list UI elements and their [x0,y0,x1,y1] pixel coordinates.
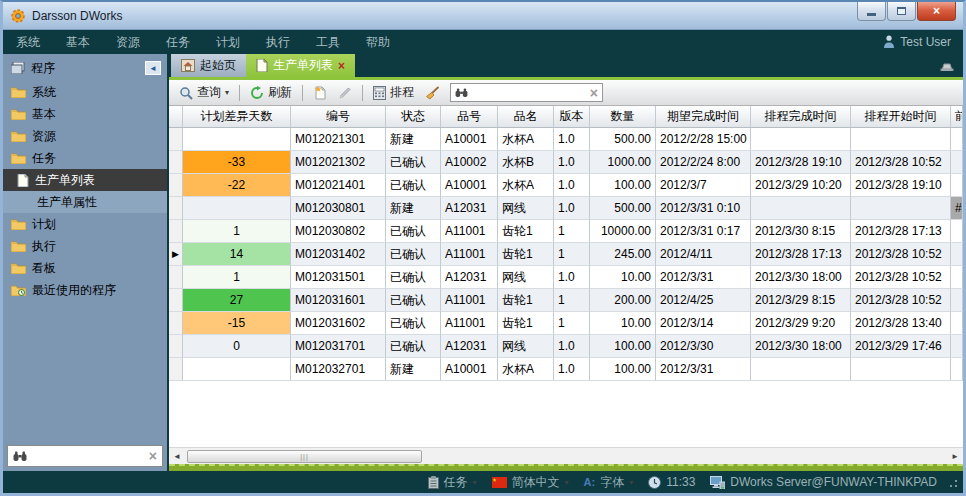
minimize-button[interactable] [857,2,886,21]
current-user[interactable]: Test User [883,35,963,49]
cell-extra [951,151,963,174]
statusbar-task-menu[interactable]: 任务 ▾ [428,474,477,491]
cell-diff: 0 [183,335,291,358]
menu-plan[interactable]: 计划 [203,30,253,54]
sidebar-item-system[interactable]: 系统 [3,81,167,103]
menu-help[interactable]: 帮助 [353,30,403,54]
cell-version: 1.0 [554,197,590,220]
cell-no: M012021302 [291,151,386,174]
sidebar-item-kanban[interactable]: 看板 [3,257,167,279]
font-icon: A: [584,476,596,488]
menu-basic[interactable]: 基本 [53,30,103,54]
maximize-button[interactable] [887,2,916,21]
tab-close-icon[interactable]: × [338,59,345,73]
statusbar-language-menu[interactable]: 简体中文 ▾ [492,474,569,491]
table-row[interactable]: M012032701新建A10001水杯A1.0100.002012/3/31 [169,358,963,381]
column-header-extra[interactable]: 前 [951,106,963,128]
sidebar-item-task[interactable]: 任务 [3,147,167,169]
sidebar-item-resource[interactable]: 资源 [3,125,167,147]
scrollbar-thumb[interactable]: ||| [187,450,422,463]
table-row[interactable]: 27M012031601已确认A11001齿轮11200.002012/4/25… [169,289,963,312]
table-row[interactable]: -15M012031602已确认A11001齿轮1110.002012/3/14… [169,312,963,335]
table-row[interactable]: 1M012030802已确认A11001齿轮1110000.002012/3/3… [169,220,963,243]
cell-no: M012021301 [291,128,386,151]
table-row[interactable]: M012021301新建A10001水杯A1.0500.002012/2/28 … [169,128,963,151]
cell-extra [951,128,963,151]
row-indicator[interactable] [169,289,183,312]
grid-empty-area [169,381,963,447]
sidebar-item-production-order-list[interactable]: 生产单列表 [3,169,167,191]
server-label: DWorks Server@FUNWAY-THINKPAD [730,475,937,489]
table-row[interactable]: 0M012031701已确认A12031网线1.0100.002012/3/30… [169,335,963,358]
table-row[interactable]: M012030801新建A12031网线1.0500.002012/3/31 0… [169,197,963,220]
tab-production-order-list[interactable]: 生产单列表 × [246,54,355,77]
close-button[interactable]: × [917,2,956,21]
home-icon [181,59,195,72]
row-indicator[interactable] [169,358,183,381]
sidebar-item-plan[interactable]: 计划 [3,213,167,235]
clean-button[interactable] [421,84,444,102]
font-label: 字体 [600,474,624,491]
column-header-qty[interactable]: 数量 [590,106,656,128]
row-indicator[interactable] [169,174,183,197]
toolbar-search-input[interactable] [472,86,586,100]
row-indicator[interactable] [169,335,183,358]
column-header-sched_end[interactable]: 排程完成时间 [751,106,851,128]
sidebar-item-basic[interactable]: 基本 [3,103,167,125]
sidebar-item-label: 看板 [32,260,56,277]
scroll-right-icon[interactable]: ► [947,452,963,461]
sidebar-search-clear-icon[interactable]: × [149,449,157,463]
column-header-due[interactable]: 期望完成时间 [656,106,751,128]
tab-start-page[interactable]: 起始页 [171,54,246,77]
column-header-item_name[interactable]: 品名 [498,106,554,128]
menu-execute[interactable]: 执行 [253,30,303,54]
column-header-diff[interactable]: 计划差异天数 [183,106,291,128]
resize-grip[interactable] [948,479,958,489]
sidebar-collapse-button[interactable]: ◄ [145,61,161,75]
toolbar-search-clear-icon[interactable]: × [590,86,598,100]
schedule-button[interactable]: 排程 [369,82,418,103]
statusbar-font-menu[interactable]: A: 字体 ▾ [584,474,634,491]
user-name: Test User [900,35,951,49]
horizontal-scrollbar[interactable]: ◄ ||| ► [169,447,963,464]
table-row[interactable]: -33M012021302已确认A10002水杯B1.01000.002012/… [169,151,963,174]
window-list-icon[interactable] [939,61,955,71]
row-indicator[interactable] [169,266,183,289]
cell-diff: -15 [183,312,291,335]
menu-tools[interactable]: 工具 [303,30,353,54]
scroll-left-icon[interactable]: ◄ [169,452,185,461]
sidebar-item-recent-programs[interactable]: 最近使用的程序 [3,279,167,301]
table-row[interactable]: -22M012021401已确认A10001水杯A1.0100.002012/3… [169,174,963,197]
row-indicator[interactable] [169,220,183,243]
menu-task[interactable]: 任务 [153,30,203,54]
status-accent-strip [169,464,963,471]
sidebar-search-input[interactable] [31,449,145,463]
sidebar-item-execute[interactable]: 执行 [3,235,167,257]
column-header-status[interactable]: 状态 [386,106,441,128]
row-indicator[interactable] [169,197,183,220]
column-header-sched_start[interactable]: 排程开始时间 [851,106,951,128]
query-button[interactable]: 查询 ▾ [175,82,233,103]
column-header-no[interactable]: 编号 [291,106,386,128]
refresh-button[interactable]: 刷新 [246,82,296,103]
column-header-version[interactable]: 版本 [554,106,590,128]
sidebar-item-label: 基本 [32,106,56,123]
language-label: 简体中文 [512,474,560,491]
row-indicator[interactable] [169,312,183,335]
grid-corner-cell [169,106,183,128]
cell-item_no: A11001 [441,220,498,243]
row-indicator[interactable] [169,151,183,174]
sidebar-search-box: × [7,445,163,467]
toolbar-search-box: × [450,83,603,102]
cell-status: 已确认 [386,151,441,174]
column-header-item_no[interactable]: 品号 [441,106,498,128]
new-button[interactable] [309,83,331,102]
menu-system[interactable]: 系统 [3,30,53,54]
table-row[interactable]: ▶14M012031402已确认A11001齿轮11245.002012/4/1… [169,243,963,266]
menu-resource[interactable]: 资源 [103,30,153,54]
sidebar-item-production-order-properties[interactable]: 生产单属性 [3,191,167,213]
edit-button[interactable] [334,84,356,102]
table-row[interactable]: 1M012031501已确认A12031网线1.010.002012/3/312… [169,266,963,289]
row-indicator[interactable] [169,128,183,151]
row-indicator[interactable]: ▶ [169,243,183,266]
